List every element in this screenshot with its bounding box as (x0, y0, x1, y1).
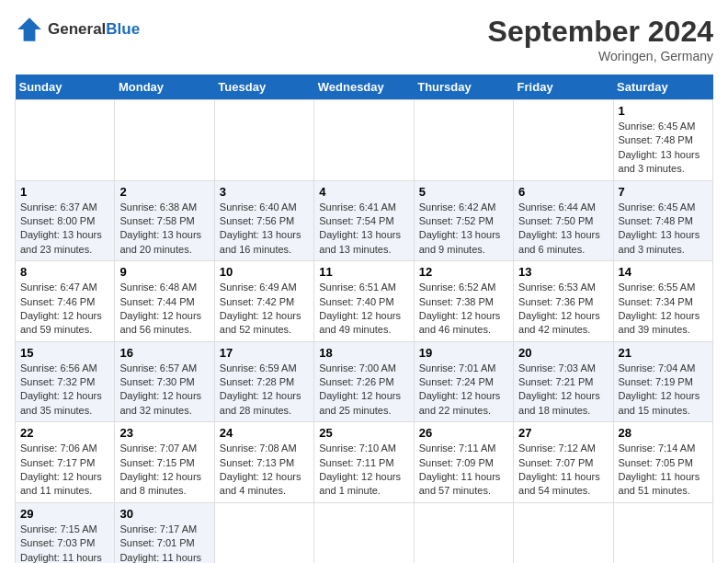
table-row: 19Sunrise: 7:01 AMSunset: 7:24 PMDayligh… (414, 341, 513, 422)
table-row: 28Sunrise: 7:14 AMSunset: 7:05 PMDayligh… (613, 422, 712, 503)
header-friday: Friday (514, 75, 613, 100)
month-title: September 2024 (488, 15, 713, 49)
table-row: 11Sunrise: 6:51 AMSunset: 7:40 PMDayligh… (314, 261, 414, 342)
table-row: 26Sunrise: 7:11 AMSunset: 7:09 PMDayligh… (414, 422, 513, 503)
table-row (514, 502, 613, 563)
svg-marker-0 (17, 17, 41, 41)
table-row: 5Sunrise: 6:42 AMSunset: 7:52 PMDaylight… (414, 180, 513, 261)
table-row: 18Sunrise: 7:00 AMSunset: 7:26 PMDayligh… (314, 341, 414, 422)
header-tuesday: Tuesday (214, 75, 313, 100)
table-row: 12Sunrise: 6:52 AMSunset: 7:38 PMDayligh… (414, 261, 513, 342)
title-block: September 2024 Woringen, Germany (488, 15, 713, 63)
table-row (214, 502, 313, 563)
header-wednesday: Wednesday (314, 75, 414, 100)
table-row: 30Sunrise: 7:17 AMSunset: 7:01 PMDayligh… (115, 502, 214, 563)
table-row: 4Sunrise: 6:41 AMSunset: 7:54 PMDaylight… (314, 180, 414, 261)
logo: GeneralBlue (15, 15, 140, 44)
table-row: 21Sunrise: 7:04 AMSunset: 7:19 PMDayligh… (613, 341, 712, 422)
table-row: 13Sunrise: 6:53 AMSunset: 7:36 PMDayligh… (514, 261, 613, 342)
table-row: 27Sunrise: 7:12 AMSunset: 7:07 PMDayligh… (514, 422, 613, 503)
table-row: 17Sunrise: 6:59 AMSunset: 7:28 PMDayligh… (214, 341, 313, 422)
empty-cell (16, 100, 115, 181)
table-row (414, 502, 513, 563)
table-row: 9Sunrise: 6:48 AMSunset: 7:44 PMDaylight… (115, 261, 214, 342)
header-monday: Monday (115, 75, 214, 100)
table-row: 7Sunrise: 6:45 AMSunset: 7:48 PMDaylight… (613, 180, 712, 261)
table-row: 2Sunrise: 6:38 AMSunset: 7:58 PMDaylight… (115, 180, 214, 261)
table-row: 8Sunrise: 6:47 AMSunset: 7:46 PMDaylight… (16, 261, 115, 342)
table-row: 22Sunrise: 7:06 AMSunset: 7:17 PMDayligh… (16, 422, 115, 503)
table-row (314, 502, 414, 563)
table-row: 14Sunrise: 6:55 AMSunset: 7:34 PMDayligh… (613, 261, 712, 342)
location: Woringen, Germany (488, 49, 713, 63)
logo-text: GeneralBlue (48, 21, 140, 39)
table-row: 16Sunrise: 6:57 AMSunset: 7:30 PMDayligh… (115, 341, 214, 422)
empty-cell (314, 100, 414, 181)
empty-cell (115, 100, 214, 181)
header-thursday: Thursday (414, 75, 513, 100)
empty-cell (214, 100, 313, 181)
table-row: 20Sunrise: 7:03 AMSunset: 7:21 PMDayligh… (514, 341, 613, 422)
header-saturday: Saturday (613, 75, 712, 100)
table-row: 1Sunrise: 6:37 AMSunset: 8:00 PMDaylight… (16, 180, 115, 261)
table-row: 25Sunrise: 7:10 AMSunset: 7:11 PMDayligh… (314, 422, 414, 503)
table-row: 3Sunrise: 6:40 AMSunset: 7:56 PMDaylight… (214, 180, 313, 261)
logo-icon (15, 15, 44, 44)
table-row (613, 502, 712, 563)
table-row: 10Sunrise: 6:49 AMSunset: 7:42 PMDayligh… (214, 261, 313, 342)
empty-cell (514, 100, 613, 181)
page-header: GeneralBlue September 2024 Woringen, Ger… (15, 15, 713, 63)
table-row: 1Sunrise: 6:45 AMSunset: 7:48 PMDaylight… (613, 100, 712, 181)
calendar-table: SundayMondayTuesdayWednesdayThursdayFrid… (15, 75, 713, 563)
empty-cell (414, 100, 513, 181)
table-row: 6Sunrise: 6:44 AMSunset: 7:50 PMDaylight… (514, 180, 613, 261)
header-row: SundayMondayTuesdayWednesdayThursdayFrid… (16, 75, 713, 100)
table-row: 23Sunrise: 7:07 AMSunset: 7:15 PMDayligh… (115, 422, 214, 503)
table-row: 24Sunrise: 7:08 AMSunset: 7:13 PMDayligh… (214, 422, 313, 503)
table-row: 15Sunrise: 6:56 AMSunset: 7:32 PMDayligh… (16, 341, 115, 422)
table-row: 29Sunrise: 7:15 AMSunset: 7:03 PMDayligh… (16, 502, 115, 563)
header-sunday: Sunday (16, 75, 115, 100)
